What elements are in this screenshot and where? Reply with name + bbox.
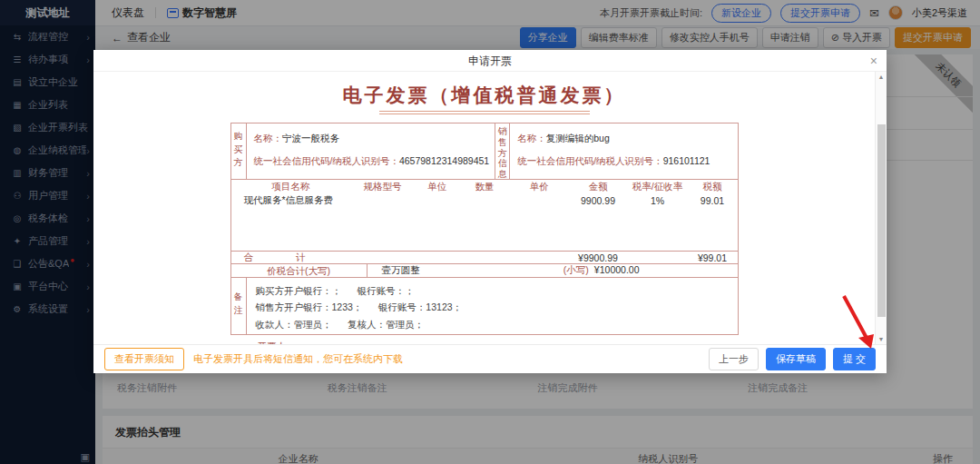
issuer-label: 开票人： [230,341,739,344]
buyer-name: 宁波一般税务 [282,133,339,143]
seller-tax-id: 916101121 [663,155,710,166]
buyer-tax-id: 46579812314989451 [399,155,489,166]
total-tax: ¥99.01 [688,252,738,263]
total-in-words-value: 壹万圆整 [368,264,420,277]
total-in-words-row: 价税合计(大写) 壹万圆整 (小写) ¥10000.00 [231,263,738,277]
modal-header: 申请开票 × [93,50,887,72]
remarks-side-label: 备注 [231,278,247,334]
total-row: 合 计 ¥9900.99 ¥99.01 [231,251,738,263]
invoice-title: 电子发票（增值税普通发票） [93,83,875,108]
modal-body: ▲ ▼ 电子发票（增值税普通发票） 购买方 名称：宁波一般税务 统一社会信用代码… [93,72,887,344]
total-amount: ¥9900.99 [569,252,628,263]
item-columns: 项目名称 规格型号 单位 数量 单价 金额 税率/征收率 税额 [231,180,738,194]
blank-space [231,207,738,251]
seller-side-label: 销售方信息 [495,123,510,179]
invoice-preview: 电子发票（增值税普通发票） 购买方 名称：宁波一般税务 统一社会信用代码/纳税人… [93,83,887,344]
scrollbar-thumb[interactable] [877,124,886,317]
invoice-table: 购买方 名称：宁波一般税务 统一社会信用代码/纳税人识别号：4657981231… [230,123,739,335]
item-name: 现代服务*信息服务费 [231,194,351,207]
total-numeric-value: ¥10000.00 [594,264,640,277]
total-label: 合 计 [231,252,351,264]
modal-title: 申请开票 [93,50,887,72]
item-amount: 9900.99 [569,195,628,206]
previous-step-button[interactable]: 上一步 [709,348,759,370]
seller-info: 名称：复测编辑的bug 统一社会信用代码/纳税人识别号：916101121 [510,123,737,179]
total-numeric-label: (小写) [564,264,589,277]
scrollbar[interactable]: ▲ ▼ [875,72,887,344]
invoice-item-row: 现代服务*信息服务费 9900.99 1% 99.01 [231,194,738,207]
party-row: 购买方 名称：宁波一般税务 统一社会信用代码/纳税人识别号：4657981231… [231,123,738,180]
item-tax: 99.01 [688,195,738,206]
scroll-down-icon[interactable]: ▼ [876,336,887,342]
footer-actions: 上一步 保存草稿 提 交 [709,348,876,370]
invoice-title-underline [379,111,590,114]
buyer-side-label: 购买方 [231,123,247,179]
sms-note: 电子发票开具后将短信通知，您可在系统内下载 [193,352,403,366]
remarks-content: 购买方开户银行：； 银行账号：； 销售方开户银行：1233； 银行账号：1312… [247,278,738,334]
seller-name: 复测编辑的bug [546,133,610,143]
scroll-up-icon[interactable]: ▲ [876,74,887,80]
total-in-words-label: 价税合计(大写) [231,264,368,277]
item-tax-rate: 1% [628,195,688,206]
close-icon[interactable]: × [870,50,877,72]
buyer-info: 名称：宁波一般税务 统一社会信用代码/纳税人识别号：46579812314989… [247,123,495,179]
apply-invoice-modal: 申请开票 × ▲ ▼ 电子发票（增值税普通发票） 购买方 名称：宁波一般税务 [93,50,887,373]
page: 测试地址 ⇆ 流程管控 › ☰ 待办事项 › ▤ 设立中企业 ▦ 企业列表 [0,0,980,464]
save-draft-button[interactable]: 保存草稿 [766,348,826,370]
submit-button[interactable]: 提 交 [833,348,876,370]
modal-footer: 查看开票须知 电子发票开具后将短信通知，您可在系统内下载 上一步 保存草稿 提 … [93,344,887,372]
view-invoice-notice-button[interactable]: 查看开票须知 [104,348,184,370]
remarks-row: 备注 购买方开户银行：； 银行账号：； 销售方开户银行：1233； 银行账号：1… [231,277,738,334]
